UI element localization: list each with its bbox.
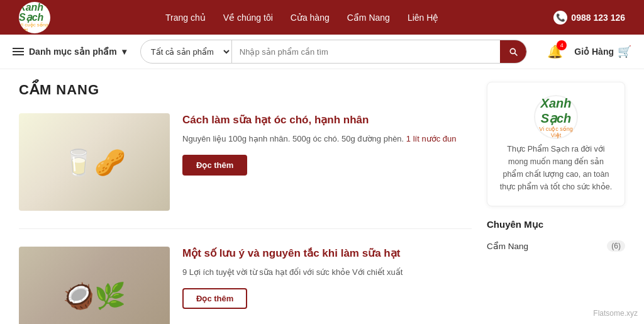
cart-area: 🔔 4 Giỏ Hàng 🛒 xyxy=(547,44,631,59)
hamburger-icon xyxy=(13,48,24,55)
search-input[interactable] xyxy=(232,47,501,57)
nav-about[interactable]: Về chúng tôi xyxy=(223,13,273,23)
article-title[interactable]: Cách làm sữa hạt óc chó, hạnh nhân xyxy=(182,113,472,126)
article-image xyxy=(19,247,170,324)
read-more-button-2[interactable]: Đọc thêm xyxy=(182,288,247,309)
notification-bell[interactable]: 🔔 4 xyxy=(547,44,563,59)
cart-icon: 🛒 xyxy=(618,45,631,59)
sidebar-categories: Chuyên Mục Cẩm Nang (6) xyxy=(487,219,625,255)
phone-number: 0988 123 126 xyxy=(571,13,625,23)
nav-home[interactable]: Trang chủ xyxy=(165,13,206,23)
main-content: CẨM NANG Cách làm sữa hạt óc chó, hạnh n… xyxy=(0,69,644,324)
article-body: Một số lưu ý và nguyên tắc khi làm sữa h… xyxy=(182,247,472,324)
category-select[interactable]: Tất cả sản phẩm xyxy=(141,40,232,63)
sidebar-category-item[interactable]: Cẩm Nang (6) xyxy=(487,237,625,255)
sidebar: Xanh Sạch Vi cuộc sống Việt Thực Phẩm Sạ… xyxy=(487,82,625,324)
search-icon xyxy=(508,47,518,57)
search-container: Tất cả sản phẩm xyxy=(140,40,528,64)
sidebar-description: Thực Phẩm Sạch ra đời với mong muốn mang… xyxy=(497,143,614,193)
category-menu-label: Danh mục sản phẩm xyxy=(29,47,117,57)
sidebar-brand-name: Xanh Sạch xyxy=(535,96,577,126)
cart-button[interactable]: Giỏ Hàng 🛒 xyxy=(574,45,631,59)
sidebar-logo: Xanh Sạch Vi cuộc sống Việt xyxy=(534,95,578,139)
read-more-button-1[interactable]: Đọc thêm xyxy=(182,155,247,176)
article-card: Một số lưu ý và nguyên tắc khi làm sữa h… xyxy=(19,247,472,324)
category-menu-button[interactable]: Danh mục sản phẩm ▾ xyxy=(13,47,126,57)
nav-guides[interactable]: Cẩm Nang xyxy=(347,13,390,23)
cart-label: Giỏ Hàng xyxy=(574,47,614,57)
phone-area[interactable]: 📞 0988 123 126 xyxy=(553,11,625,25)
article-excerpt: 9 Lợi ích tuyệt vời từ sữa hạt đối với s… xyxy=(182,266,472,279)
notification-count: 4 xyxy=(557,40,567,50)
logo-circle: Xanh Sạch Vi cuộc sống Việt xyxy=(19,2,50,33)
watermark: Flatsome.xyz xyxy=(593,309,638,318)
logo-area[interactable]: Xanh Sạch Vi cuộc sống Việt xyxy=(19,2,50,33)
articles-section: CẨM NANG Cách làm sữa hạt óc chó, hạnh n… xyxy=(19,82,472,324)
page-title: CẨM NANG xyxy=(19,82,472,98)
sidebar-brand-tagline: Vi cuộc sống Việt xyxy=(535,126,577,138)
nav-contact[interactable]: Liên Hệ xyxy=(408,13,438,23)
article-body: Cách làm sữa hạt óc chó, hạnh nhân Nguyê… xyxy=(182,113,472,211)
article-title[interactable]: Một số lưu ý và nguyên tắc khi làm sữa h… xyxy=(182,247,472,260)
sidebar-logo-card: Xanh Sạch Vi cuộc sống Việt Thực Phẩm Sạ… xyxy=(487,82,625,206)
article-card: Cách làm sữa hạt óc chó, hạnh nhân Nguyê… xyxy=(19,113,472,229)
top-navigation: Xanh Sạch Vi cuộc sống Việt Trang chủ Về… xyxy=(0,0,644,35)
dropdown-chevron: ▾ xyxy=(122,47,126,57)
nav-store[interactable]: Cửa hàng xyxy=(291,13,330,23)
search-button[interactable] xyxy=(500,40,526,64)
brand-name: Xanh Sạch xyxy=(19,3,50,23)
category-name: Cẩm Nang xyxy=(487,241,528,251)
article-excerpt: Nguyên liệu 100g hạnh nhân. 500g óc chó.… xyxy=(182,133,472,146)
sidebar-section-title: Chuyên Mục xyxy=(487,219,625,230)
secondary-navigation: Danh mục sản phẩm ▾ Tất cả sản phẩm 🔔 4 … xyxy=(0,35,644,69)
article-excerpt-link[interactable]: 1 lít nước đun xyxy=(406,134,457,143)
category-count: (6) xyxy=(607,240,625,252)
nav-links: Trang chủ Về chúng tôi Cửa hàng Cẩm Nang… xyxy=(165,12,438,23)
brand-tagline: Vi cuộc sống Việt xyxy=(19,23,50,33)
article-image xyxy=(19,113,170,211)
phone-icon: 📞 xyxy=(553,11,567,25)
